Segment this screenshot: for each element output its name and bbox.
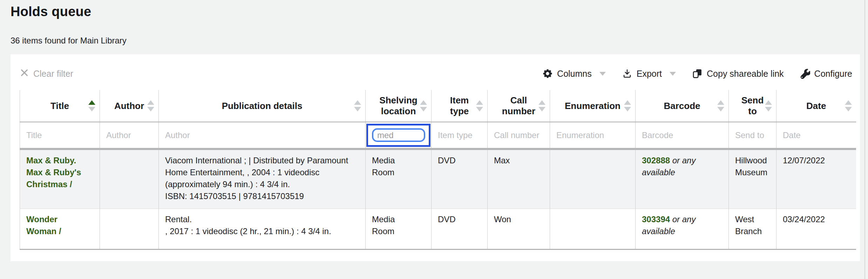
column-header-publication-details[interactable]: Publication details: [159, 90, 366, 122]
table-toolbar: Clear filter Columns Export: [20, 66, 852, 81]
sort-desc-icon: [624, 107, 631, 111]
send-to-cell: West Branch: [729, 209, 777, 250]
barcode-link[interactable]: 303394: [642, 215, 670, 224]
filter-input-enumeration[interactable]: [550, 123, 635, 148]
export-button[interactable]: Export: [622, 68, 676, 79]
column-header-call-number[interactable]: Call number: [488, 90, 550, 122]
publication-text: Rental.: [165, 213, 359, 225]
clear-filter-button[interactable]: Clear filter: [20, 68, 73, 80]
columns-button[interactable]: Columns: [542, 68, 606, 79]
wrench-icon: [800, 69, 810, 79]
download-icon: [622, 68, 632, 79]
date-cell: 12/07/2022: [777, 149, 856, 209]
table-row: Wonder Woman / Rental. , 2017 : 1 videod…: [20, 209, 856, 250]
sort-desc-icon: [147, 107, 154, 111]
sort-desc-icon: [420, 107, 427, 111]
publication-details-cell: Viacom International ; | Distributed by …: [159, 149, 366, 209]
sort-desc-icon: [354, 107, 361, 111]
copy-shareable-link-button[interactable]: Copy shareable link: [692, 68, 784, 79]
filter-input-send-to[interactable]: [729, 123, 776, 148]
configure-label: Configure: [814, 69, 852, 79]
column-header-barcode[interactable]: Barcode: [636, 90, 729, 122]
column-header-item-type[interactable]: Item type: [432, 90, 488, 122]
date-cell: 03/24/2022: [777, 209, 856, 250]
author-cell: [100, 209, 159, 250]
table-header-row: Title Author Publication details Shelvin…: [20, 90, 856, 122]
clear-filter-label: Clear filter: [33, 69, 73, 79]
shelving-location-cell: Media Room: [366, 209, 432, 250]
sort-asc-icon: [538, 100, 545, 105]
barcode-link[interactable]: 302888: [642, 156, 670, 165]
sort-asc-icon: [717, 100, 724, 105]
column-header-title[interactable]: Title: [20, 90, 100, 122]
sort-desc-icon: [476, 107, 483, 111]
publication-details-cell: Rental. , 2017 : 1 videodisc (2 hr., 21 …: [159, 209, 366, 250]
sort-asc-icon: [420, 100, 427, 105]
send-to-cell: Hillwood Museum: [729, 149, 777, 209]
column-header-date[interactable]: Date: [777, 90, 856, 122]
filter-input-date[interactable]: [777, 123, 856, 148]
sort-asc-icon: [88, 100, 95, 105]
filter-input-shelving-location[interactable]: [372, 128, 425, 142]
column-header-send-to[interactable]: Send to: [729, 90, 777, 122]
sort-desc-icon: [88, 107, 95, 111]
filter-input-author[interactable]: [100, 123, 158, 148]
filter-input-title[interactable]: [20, 123, 100, 148]
chevron-down-icon: [670, 72, 676, 76]
item-type-cell: DVD: [432, 209, 488, 250]
filter-input-publication-details[interactable]: [159, 123, 365, 148]
toolbar-actions: Columns Export Copy shareable link: [542, 68, 852, 79]
filter-focus-ring: [366, 124, 430, 147]
table-row: Max & Ruby. Max & Ruby's Christmas / Via…: [20, 149, 856, 209]
copy-shareable-link-label: Copy shareable link: [707, 69, 784, 79]
shelving-location-cell: Media Room: [366, 149, 432, 209]
title-link[interactable]: Max & Ruby. Max & Ruby's Christmas /: [26, 155, 83, 190]
sort-desc-icon: [538, 107, 545, 111]
filter-input-barcode[interactable]: [636, 123, 728, 148]
holds-queue-table: Title Author Publication details Shelvin…: [20, 90, 856, 250]
column-header-shelving-location[interactable]: Shelving location: [366, 90, 432, 122]
results-summary: 36 items found for Main Library: [11, 36, 127, 46]
columns-label: Columns: [557, 69, 592, 79]
publication-isbn: ISBN: 1415703515 | 9781415703519: [165, 190, 359, 202]
scrollbar-track[interactable]: [864, 0, 865, 279]
clear-filter-x-icon: [20, 68, 29, 80]
title-cell: Max & Ruby. Max & Ruby's Christmas /: [20, 149, 100, 209]
export-label: Export: [637, 69, 662, 79]
call-number-cell: Won: [488, 209, 550, 250]
sort-asc-icon: [476, 100, 483, 105]
title-link[interactable]: Wonder Woman /: [26, 213, 83, 237]
publication-text: Viacom International ; | Distributed by …: [165, 155, 359, 190]
sort-asc-icon: [624, 100, 631, 105]
configure-button[interactable]: Configure: [800, 69, 852, 79]
sort-asc-icon: [354, 100, 361, 105]
sort-desc-icon: [765, 107, 772, 111]
publication-line2: , 2017 : 1 videodisc (2 hr., 21 min.) : …: [165, 225, 359, 237]
title-cell: Wonder Woman /: [20, 209, 100, 250]
barcode-cell: 302888 or any available: [636, 149, 729, 209]
sort-asc-icon: [765, 100, 772, 105]
barcode-cell: 303394 or any available: [636, 209, 729, 250]
item-type-cell: DVD: [432, 149, 488, 209]
table-filter-row: [20, 122, 856, 149]
holds-queue-panel: Clear filter Columns Export: [11, 54, 860, 261]
gear-icon: [542, 68, 553, 79]
sort-desc-icon: [845, 107, 852, 111]
filter-input-item-type[interactable]: [432, 123, 487, 148]
call-number-cell: Max: [488, 149, 550, 209]
enumeration-cell: [550, 209, 636, 250]
author-cell: [100, 149, 159, 209]
copy-icon: [692, 68, 703, 79]
sort-asc-icon: [147, 100, 154, 105]
chevron-down-icon: [599, 72, 606, 76]
sort-asc-icon: [845, 100, 852, 105]
page-title: Holds queue: [11, 4, 91, 19]
filter-input-call-number[interactable]: [488, 123, 550, 148]
sort-desc-icon: [717, 107, 724, 111]
column-header-enumeration[interactable]: Enumeration: [550, 90, 636, 122]
column-header-author[interactable]: Author: [100, 90, 159, 122]
enumeration-cell: [550, 149, 636, 209]
